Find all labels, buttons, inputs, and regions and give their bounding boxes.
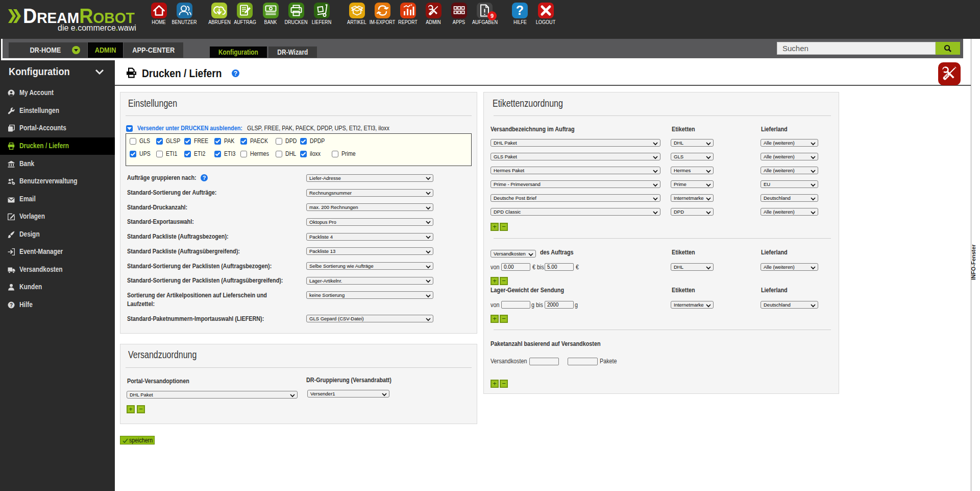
svg-text:?: ? — [10, 302, 13, 308]
svg-text:?: ? — [516, 3, 524, 17]
